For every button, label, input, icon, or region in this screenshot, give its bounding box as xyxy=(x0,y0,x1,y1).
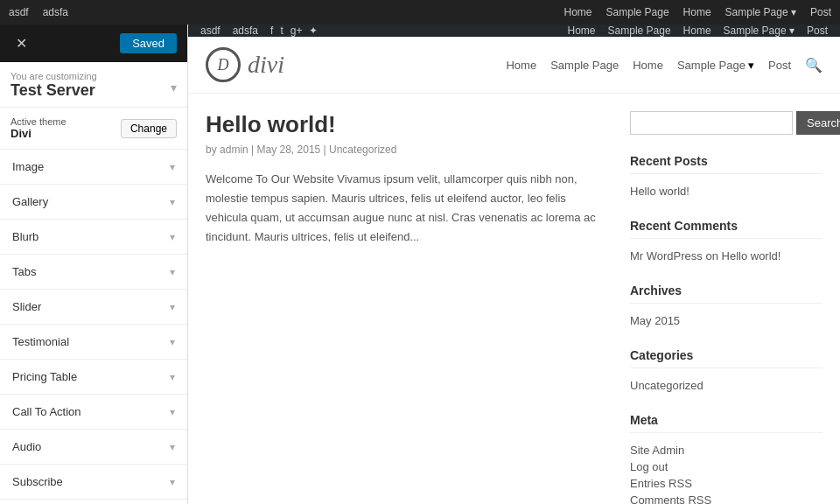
site-nav: Home Sample Page Home Sample Page ▾ Post… xyxy=(506,57,822,74)
search-icon[interactable]: 🔍 xyxy=(805,57,822,74)
topbar-home2[interactable]: Home xyxy=(683,24,711,37)
archives-title: Archives xyxy=(630,284,822,304)
meta-widget: Meta Site Admin Log out Entries RSS Comm… xyxy=(630,413,822,504)
site-topbar-left: asdf adsfa f t g+ ✦ xyxy=(200,24,318,37)
meta-list: Site Admin Log out Entries RSS Comments … xyxy=(630,442,822,504)
topbar-home[interactable]: Home xyxy=(568,24,596,37)
logo-text: divi xyxy=(248,51,284,79)
preview-area: asdf adsfa f t g+ ✦ Home Sample Page Hom… xyxy=(188,24,840,504)
search-button[interactable]: Search xyxy=(796,111,840,135)
sidebar-item-testimonial[interactable]: Testimonial ▾ xyxy=(0,325,187,360)
nav-sample-page[interactable]: Sample Page xyxy=(550,59,619,72)
customizing-label: You are customizing xyxy=(10,71,177,81)
topbar-sample-page[interactable]: Sample Page xyxy=(608,24,671,37)
recent-posts-list: Hello world! xyxy=(630,183,822,200)
twitter-icon: t xyxy=(280,24,283,37)
recent-comments-list: Mr WordPress on Hello world! xyxy=(630,248,822,264)
active-theme-info: Active theme Divi xyxy=(10,116,66,140)
post-author[interactable]: admin xyxy=(220,144,248,156)
dropdown-arrow-icon: ▾ xyxy=(748,59,754,72)
sidebar-menu: Image ▾ Gallery ▾ Blurb ▾ Tabs ▾ Slider … xyxy=(0,150,187,504)
customizer-save-button[interactable]: Saved xyxy=(120,33,177,53)
recent-posts-title: Recent Posts xyxy=(630,154,822,174)
admin-bar-left: asdf adsfa xyxy=(9,6,68,18)
googleplus-icon: g+ xyxy=(290,24,303,37)
sidebar-arrow-icon: ▾ xyxy=(170,161,175,173)
archives-list: May 2015 xyxy=(630,312,822,329)
sidebar-item-audio[interactable]: Audio ▾ xyxy=(0,430,187,465)
change-theme-button[interactable]: Change xyxy=(121,119,177,138)
site-topbar-email: adsfa xyxy=(233,24,258,37)
post-category[interactable]: Uncategorized xyxy=(329,144,396,156)
admin-bar: asdf adsfa Home Sample Page Home Sample … xyxy=(0,0,840,24)
list-item: Hello world! xyxy=(630,183,822,200)
nav-home2[interactable]: Home xyxy=(633,59,663,72)
sidebar-item-slider[interactable]: Slider ▾ xyxy=(0,290,187,325)
list-item: Log out xyxy=(630,458,822,475)
site-logo: D divi xyxy=(206,47,284,82)
sidebar-item-blurb[interactable]: Blurb ▾ xyxy=(0,220,187,255)
admin-email[interactable]: adsfa xyxy=(43,6,68,18)
sidebar-arrow-icon: ▾ xyxy=(170,476,175,488)
admin-bar-right: Home Sample Page Home Sample Page ▾ Post xyxy=(564,6,831,18)
search-widget: Search xyxy=(630,111,822,135)
page-wrapper: ✕ Saved You are customizing Test Server … xyxy=(0,24,840,504)
post-date: May 28, 2015 xyxy=(257,144,321,156)
post-title: Hello world! xyxy=(206,111,604,138)
sidebar-arrow-icon: ▾ xyxy=(170,406,175,418)
rss-icon: ✦ xyxy=(309,24,318,37)
sidebar-item-pricing-table[interactable]: Pricing Table ▾ xyxy=(0,360,187,395)
meta-title: Meta xyxy=(630,413,822,433)
sidebar-arrow-icon: ▾ xyxy=(170,301,175,313)
sidebar-arrow-icon: ▾ xyxy=(170,371,175,383)
nav-post[interactable]: Post xyxy=(768,59,791,72)
post-content: Welcome To Our Website Vivamus ipsum vel… xyxy=(206,170,604,247)
sidebar-arrow-icon: ▾ xyxy=(170,231,175,243)
facebook-icon: f xyxy=(270,24,273,37)
list-item: Mr WordPress on Hello world! xyxy=(630,248,822,264)
customizer-info-arrow-icon: ▾ xyxy=(171,80,177,94)
categories-title: Categories xyxy=(630,348,822,368)
recent-comments-title: Recent Comments xyxy=(630,219,822,239)
list-item: Uncategorized xyxy=(630,377,822,394)
topbar-post[interactable]: Post xyxy=(807,24,828,37)
sidebar-item-login[interactable]: Login ▾ xyxy=(0,500,187,504)
site-content: Hello world! by admin | May 28, 2015 | U… xyxy=(188,94,840,504)
customizing-site-name: Test Server xyxy=(10,81,177,100)
list-item: Site Admin xyxy=(630,442,822,458)
list-item: May 2015 xyxy=(630,312,822,329)
customizer-sidebar: ✕ Saved You are customizing Test Server … xyxy=(0,24,188,504)
admin-bar-home2[interactable]: Home xyxy=(683,6,711,18)
active-theme-section: Active theme Divi Change xyxy=(0,108,187,150)
customizer-close-button[interactable]: ✕ xyxy=(10,33,32,53)
site-topbar: asdf adsfa f t g+ ✦ Home Sample Page Hom… xyxy=(188,24,840,37)
logo-circle-icon: D xyxy=(206,47,241,82)
main-column: Hello world! by admin | May 28, 2015 | U… xyxy=(206,111,630,504)
customizer-header: ✕ Saved xyxy=(0,24,187,62)
sidebar-arrow-icon: ▾ xyxy=(170,336,175,348)
admin-bar-sample-page[interactable]: Sample Page xyxy=(606,6,669,18)
admin-username[interactable]: asdf xyxy=(9,6,29,18)
sidebar-item-subscribe[interactable]: Subscribe ▾ xyxy=(0,465,187,500)
search-input[interactable] xyxy=(630,111,793,135)
sidebar-arrow-icon: ▾ xyxy=(170,441,175,453)
customizer-info: You are customizing Test Server ▾ xyxy=(0,62,187,108)
sidebar-item-tabs[interactable]: Tabs ▾ xyxy=(0,255,187,290)
categories-list: Uncategorized xyxy=(630,377,822,394)
admin-bar-sample-page2[interactable]: Sample Page ▾ xyxy=(725,6,796,18)
sidebar-item-gallery[interactable]: Gallery ▾ xyxy=(0,185,187,220)
nav-home[interactable]: Home xyxy=(506,59,536,72)
admin-bar-home[interactable]: Home xyxy=(564,6,592,18)
sidebar-arrow-icon: ▾ xyxy=(170,196,175,208)
sidebar-column: Search Recent Posts Hello world! Recent … xyxy=(630,111,822,504)
site-topbar-username: asdf xyxy=(200,24,220,37)
social-icons: f t g+ ✦ xyxy=(270,24,318,37)
nav-sample-page2[interactable]: Sample Page ▾ xyxy=(677,59,754,72)
sidebar-item-image[interactable]: Image ▾ xyxy=(0,150,187,185)
categories-widget: Categories Uncategorized xyxy=(630,348,822,394)
site-topbar-right: Home Sample Page Home Sample Page ▾ Post xyxy=(568,24,828,37)
sidebar-item-call-to-action[interactable]: Call To Action ▾ xyxy=(0,395,187,430)
topbar-sample-page2[interactable]: Sample Page ▾ xyxy=(724,24,794,37)
admin-bar-post[interactable]: Post xyxy=(810,6,831,18)
post-meta-by: by xyxy=(206,144,217,156)
